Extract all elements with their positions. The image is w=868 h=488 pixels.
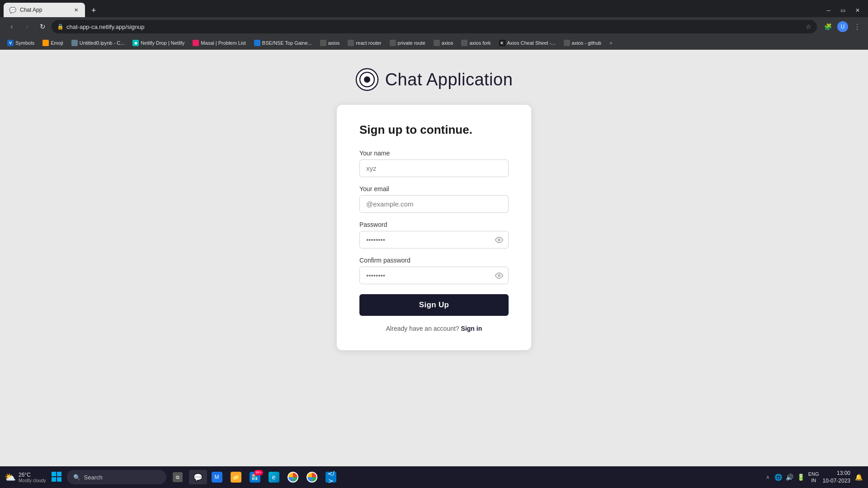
confirm-input[interactable] <box>359 267 509 284</box>
taskbar-chrome2-app[interactable] <box>303 470 321 484</box>
weather-icon: ⛅ <box>5 472 16 483</box>
bookmark-untitled[interactable]: Untitled0.ipynb - C... <box>68 39 128 47</box>
bookmark-masai[interactable]: Masai | Problem List <box>189 39 249 47</box>
address-text: chat-app-ca.netlify.app/signup <box>66 23 803 30</box>
name-input[interactable] <box>359 160 509 177</box>
bookmark-symbols[interactable]: V Symbols <box>4 39 38 47</box>
region-text: IN <box>808 477 819 483</box>
name-label: Your name <box>359 150 509 157</box>
signin-link[interactable]: Sign in <box>461 325 482 332</box>
bookmark-axios2[interactable]: axios <box>430 39 457 47</box>
bookmark-emoji[interactable]: Emoji <box>39 39 67 47</box>
taskbar-meet-app[interactable]: M <box>208 470 226 484</box>
confirm-form-group: Confirm password <box>359 257 509 284</box>
tab-close-icon[interactable]: ✕ <box>72 6 80 14</box>
taskbar-edge-app[interactable]: e <box>265 470 283 484</box>
svg-rect-8 <box>57 477 61 482</box>
window-controls: ─ ▭ ✕ <box>822 5 864 17</box>
reload-button[interactable]: ↻ <box>36 20 49 33</box>
svg-point-3 <box>498 239 500 241</box>
confirm-wrapper <box>359 267 509 284</box>
tray-expand-button[interactable]: ∧ <box>765 473 771 481</box>
task-view-button[interactable]: ⧉ <box>169 470 186 484</box>
weather-info: 26°C Mostly cloudy <box>19 472 46 483</box>
tab-bar: 💬 Chat App ✕ + ─ ▭ ✕ <box>0 0 868 17</box>
password-wrapper <box>359 231 509 249</box>
tab-favicon: 💬 <box>9 7 16 14</box>
svg-point-2 <box>364 76 370 83</box>
svg-rect-6 <box>57 472 61 476</box>
profile-button[interactable]: U <box>835 19 850 34</box>
bookmark-netlify[interactable]: ◆ Netlify Drop | Netlify <box>129 39 188 47</box>
task-view-icon: ⧉ <box>173 472 183 482</box>
active-tab[interactable]: 💬 Chat App ✕ <box>4 3 85 17</box>
app-title: Chat Application <box>385 70 513 89</box>
address-bar[interactable]: 🔒 chat-app-ca.netlify.app/signup ☆ <box>52 20 817 33</box>
back-button[interactable]: ‹ <box>5 20 18 33</box>
browser-actions: 🧩 U ⋮ <box>822 19 863 34</box>
language-region: ENG IN <box>808 471 819 484</box>
start-button[interactable] <box>49 470 64 485</box>
bookmark-axios-fork[interactable]: axios fork <box>458 39 494 47</box>
bookmark-emoji-label: Emoji <box>51 40 63 46</box>
weather-temp: 26°C <box>19 472 46 478</box>
taskbar-store-app[interactable]: 🏪 99+ <box>246 470 264 484</box>
taskbar-chat-app[interactable]: 💬 <box>189 470 207 484</box>
bookmark-private-route[interactable]: private route <box>386 39 429 47</box>
bookmark-react-router-label: react router <box>356 40 381 46</box>
taskbar-edge-icon: e <box>269 472 279 483</box>
taskbar-apps: 💬 M 📁 🏪 99+ e ≺/≻ <box>189 470 340 484</box>
bookmarks-more[interactable]: » <box>607 39 615 47</box>
window-minimize-button[interactable]: ─ <box>822 5 835 15</box>
app-logo <box>355 68 379 91</box>
app-header: Chat Application <box>355 68 513 91</box>
signup-button[interactable]: Sign Up <box>359 294 509 316</box>
bookmark-untitled-label: Untitled0.ipynb - C... <box>80 40 125 46</box>
bookmark-symbols-label: Symbols <box>15 40 34 46</box>
email-input[interactable] <box>359 195 509 213</box>
bookmark-bse-label: BSE/NSE Top Gaine... <box>262 40 312 46</box>
menu-button[interactable]: ⋮ <box>852 21 863 33</box>
bookmark-axios1[interactable]: axios <box>316 39 344 47</box>
battery-icon: 🔋 <box>797 474 805 481</box>
search-icon: 🔍 <box>73 474 80 481</box>
email-label: Your email <box>359 185 509 192</box>
confirm-toggle-button[interactable] <box>495 272 503 280</box>
notification-button[interactable]: 🔔 <box>854 473 863 482</box>
new-tab-button[interactable]: + <box>87 5 101 16</box>
taskbar-vscode-app[interactable]: ≺/≻ <box>322 470 340 484</box>
star-icon[interactable]: ☆ <box>806 23 811 30</box>
address-bar-row: ‹ › ↻ 🔒 chat-app-ca.netlify.app/signup ☆… <box>0 17 868 36</box>
clock-time: 13:00 <box>823 469 850 477</box>
network-icon: 🌐 <box>774 474 782 481</box>
weather-widget: ⛅ 26°C Mostly cloudy <box>5 472 46 483</box>
search-text: Search <box>84 474 103 481</box>
password-form-group: Password <box>359 221 509 249</box>
bookmarks-bar: V Symbols Emoji Untitled0.ipynb - C... ◆… <box>0 36 868 50</box>
taskbar-chrome-app[interactable] <box>284 470 302 484</box>
bookmark-axios-cheat[interactable]: K Axios Cheat Sheet -... <box>495 39 559 47</box>
system-tray: ∧ 🌐 🔊 🔋 ENG IN 13:00 10-07-2023 🔔 <box>765 469 863 485</box>
signup-card: Sign up to continue. Your name Your emai… <box>337 105 531 350</box>
taskbar-search[interactable]: 🔍 Search <box>67 470 166 484</box>
bookmark-react-router[interactable]: react router <box>344 39 385 47</box>
taskbar-chrome2-icon <box>307 472 317 483</box>
password-toggle-button[interactable] <box>495 236 503 244</box>
forward-button[interactable]: › <box>21 20 33 33</box>
clock-date: 10-07-2023 <box>823 477 850 485</box>
bookmark-axios-github[interactable]: axios - github <box>560 39 605 47</box>
language-text: ENG <box>808 471 819 477</box>
windows-icon <box>52 472 61 482</box>
taskbar-files-app[interactable]: 📁 <box>227 470 245 484</box>
extensions-button[interactable]: 🧩 <box>822 21 834 32</box>
clock[interactable]: 13:00 10-07-2023 <box>823 469 850 485</box>
password-input[interactable] <box>359 231 509 249</box>
page-content: Chat Application Sign up to continue. Yo… <box>0 50 868 466</box>
bookmark-bse[interactable]: BSE/NSE Top Gaine... <box>250 39 316 47</box>
bookmark-netlify-label: Netlify Drop | Netlify <box>141 40 184 46</box>
badge-99: 99+ <box>254 470 263 475</box>
window-maximize-button[interactable]: ▭ <box>836 5 850 15</box>
bookmark-masai-label: Masai | Problem List <box>201 40 245 46</box>
svg-point-4 <box>498 274 500 277</box>
window-close-button[interactable]: ✕ <box>851 5 864 15</box>
